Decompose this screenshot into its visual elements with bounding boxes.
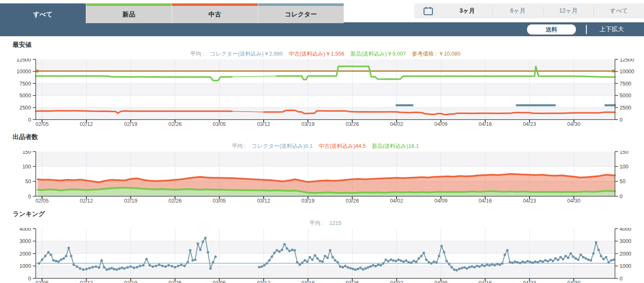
svg-text:03/12: 03/12	[257, 280, 270, 283]
svg-text:12500: 12500	[16, 59, 31, 63]
legend-ranking-avg: 1215	[329, 220, 342, 226]
section-ranking: ランキング 平均 :1215 02/0502/1202/1902/2603/05…	[0, 210, 644, 283]
shipping-toggle-button[interactable]: 送料	[527, 24, 576, 35]
svg-text:4000: 4000	[620, 228, 631, 232]
expand-vertical-button[interactable]: 上下拡大	[597, 25, 626, 34]
svg-text:12500: 12500	[620, 59, 634, 63]
svg-text:04/02: 04/02	[390, 198, 403, 204]
svg-text:0: 0	[620, 276, 623, 282]
svg-text:03/26: 03/26	[346, 198, 359, 204]
svg-text:02/12: 02/12	[80, 198, 93, 204]
svg-text:2000: 2000	[19, 251, 31, 257]
svg-text:5000: 5000	[620, 93, 631, 99]
svg-text:02/19: 02/19	[124, 198, 137, 204]
legend-used-avg: 中古(送料込み)44.5	[318, 143, 366, 149]
tab-used-label: 中古	[172, 6, 258, 23]
svg-text:100: 100	[620, 164, 628, 170]
svg-text:02/26: 02/26	[168, 121, 181, 127]
svg-text:5000: 5000	[19, 93, 31, 99]
svg-text:02/19: 02/19	[124, 280, 137, 283]
period-12months[interactable]: 12ヶ月	[543, 7, 594, 15]
svg-text:7500: 7500	[620, 81, 631, 87]
svg-text:0: 0	[620, 194, 623, 200]
svg-text:04/30: 04/30	[567, 121, 580, 127]
svg-text:02/05: 02/05	[35, 121, 48, 127]
svg-text:04/23: 04/23	[523, 121, 536, 127]
svg-text:02/19: 02/19	[124, 121, 137, 127]
svg-text:04/02: 04/02	[390, 280, 403, 283]
svg-text:03/05: 03/05	[213, 280, 226, 283]
tab-collector-label: コレクター	[258, 6, 344, 23]
legend-seller-count: 平均 :コレクター(送料込み)0.1中古(送料込み)44.5新品(送料込み)16…	[36, 142, 615, 150]
svg-text:04/23: 04/23	[523, 198, 536, 204]
tab-collector[interactable]: コレクター	[258, 3, 344, 23]
svg-text:03/12: 03/12	[257, 121, 270, 127]
legend-new-avg: 新品(送料込み)16.1	[372, 143, 419, 149]
svg-text:7500: 7500	[19, 81, 31, 87]
svg-text:04/23: 04/23	[523, 280, 536, 283]
period-selector: 3ヶ月 6ヶ月 12ヶ月 すべて	[414, 3, 644, 19]
svg-text:03/19: 03/19	[301, 280, 314, 283]
svg-text:04/16: 04/16	[479, 198, 492, 204]
chart-title-lowest-price: 最安値	[13, 41, 644, 49]
svg-text:2000: 2000	[620, 251, 631, 257]
chart-title-ranking: ランキング	[13, 210, 644, 218]
svg-text:2500: 2500	[19, 105, 31, 111]
svg-text:0: 0	[28, 117, 31, 123]
toolbar: 送料 上下拡大	[344, 22, 644, 36]
svg-text:0: 0	[28, 276, 31, 282]
tab-new[interactable]: 新品	[86, 3, 172, 23]
svg-text:3000: 3000	[620, 238, 631, 244]
period-3months[interactable]: 3ヶ月	[442, 7, 492, 15]
period-all[interactable]: すべて	[594, 7, 644, 15]
svg-text:04/30: 04/30	[567, 280, 580, 283]
svg-text:0: 0	[28, 194, 31, 200]
tab-all[interactable]: すべて	[0, 3, 86, 23]
svg-text:04/09: 04/09	[434, 280, 447, 283]
svg-text:04/02: 04/02	[390, 121, 403, 127]
svg-text:1000: 1000	[19, 263, 31, 269]
svg-text:0: 0	[620, 117, 623, 123]
svg-text:02/26: 02/26	[168, 198, 181, 204]
period-6months[interactable]: 6ヶ月	[493, 7, 543, 15]
svg-text:04/30: 04/30	[567, 198, 580, 204]
toolbar-divider	[586, 25, 587, 34]
section-seller-count: 出品者数 平均 :コレクター(送料込み)0.1中古(送料込み)44.5新品(送料…	[0, 133, 644, 206]
chart-title-seller-count: 出品者数	[13, 133, 644, 141]
svg-text:03/19: 03/19	[301, 198, 314, 204]
svg-text:150: 150	[620, 151, 628, 155]
svg-text:02/12: 02/12	[80, 121, 93, 127]
svg-text:03/19: 03/19	[301, 121, 314, 127]
svg-text:02/12: 02/12	[80, 280, 93, 283]
tab-new-label: 新品	[86, 6, 172, 23]
legend-collector-avg: コレクター(送料込み)0.1	[252, 143, 313, 149]
svg-text:4000: 4000	[19, 228, 31, 232]
svg-text:3000: 3000	[19, 238, 31, 244]
condition-tab-bar: すべて 新品 中古 コレクター	[0, 3, 344, 36]
svg-text:03/05: 03/05	[213, 121, 226, 127]
tab-all-label: すべて	[0, 6, 86, 23]
legend-used-avg: 中古(送料込み)￥1,556	[289, 51, 345, 57]
svg-text:2500: 2500	[620, 105, 631, 111]
svg-text:10000: 10000	[620, 69, 634, 75]
seller-count-chart: 02/0502/1202/1902/2603/0503/1203/1903/26…	[0, 151, 644, 206]
legend-collector-avg: コレクター(送料込み)￥2,980	[210, 51, 283, 57]
legend-prefix: 平均 :	[232, 143, 246, 149]
svg-text:50: 50	[620, 179, 625, 184]
legend-new-avg: 新品(送料込み)￥9,007	[350, 51, 406, 57]
legend-ranking: 平均 :1215	[36, 219, 615, 227]
svg-text:1000: 1000	[620, 263, 631, 269]
svg-text:50: 50	[25, 179, 31, 184]
svg-text:03/05: 03/05	[213, 198, 226, 204]
legend-reference-price: 参考価格 : ￥10,080	[412, 51, 461, 57]
legend-lowest-price: 平均 :コレクター(送料込み)￥2,980中古(送料込み)￥1,556新品(送料…	[36, 50, 615, 58]
header: すべて 新品 中古 コレクター 3ヶ月 6ヶ月	[0, 0, 644, 36]
calendar-icon[interactable]	[414, 5, 442, 16]
ranking-chart: 02/0502/1202/1902/2603/0503/1203/1903/26…	[0, 228, 644, 283]
svg-text:02/05: 02/05	[35, 280, 48, 283]
svg-text:04/16: 04/16	[479, 280, 492, 283]
svg-text:04/16: 04/16	[479, 121, 492, 127]
tab-used[interactable]: 中古	[172, 3, 258, 23]
svg-text:03/26: 03/26	[346, 280, 359, 283]
svg-text:02/26: 02/26	[168, 280, 181, 283]
